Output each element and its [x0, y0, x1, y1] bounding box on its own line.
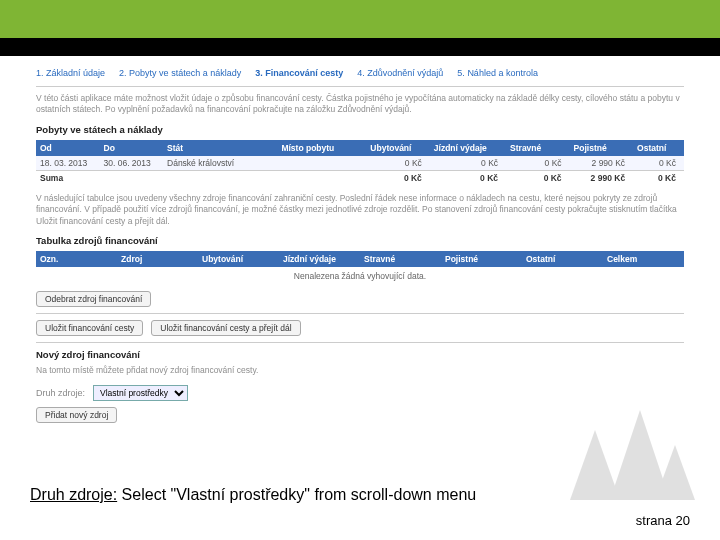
divider [36, 313, 684, 314]
slide-annotation: Druh zdroje: Select "Vlastní prostředky"… [30, 486, 476, 504]
divider [36, 86, 684, 87]
col-insurance: Pojistné [570, 140, 634, 156]
cell-insurance: 2 990 Kč [570, 156, 634, 171]
sources-intro: V následující tabulce jsou uvedeny všech… [36, 193, 684, 227]
step-justification[interactable]: 4. Zdůvodnění výdajů [357, 68, 443, 78]
col-travel: Jízdní výdaje [430, 140, 506, 156]
stays-table: Od Do Stát Místo pobytu Ubytování Jízdní… [36, 140, 684, 185]
annotation-rest: Select "Vlastní prostředky" from scroll-… [117, 486, 476, 503]
col-to: Do [100, 140, 164, 156]
page-number: strana 20 [636, 513, 690, 528]
sum-other: 0 Kč [633, 170, 684, 185]
save-next-button[interactable]: Uložit financování cesty a přejít dál [151, 320, 300, 336]
step-basic[interactable]: 1. Základní údaje [36, 68, 105, 78]
step-review[interactable]: 5. Náhled a kontrola [457, 68, 538, 78]
intro-text: V této části aplikace máte možnost vloži… [36, 93, 684, 116]
col-source: Zdroj [117, 251, 198, 267]
col-other2: Ostatní [522, 251, 603, 267]
source-type-row: Druh zdroje: Vlastní prostředky [36, 385, 684, 401]
presentation-header [0, 0, 720, 56]
col-accom: Ubytování [366, 140, 430, 156]
no-data-text: Nenalezena žádná vyhovující data. [36, 267, 684, 285]
svg-marker-2 [655, 445, 695, 500]
source-type-select[interactable]: Vlastní prostředky [93, 385, 188, 401]
sum-insurance: 2 990 Kč [570, 170, 634, 185]
annotation-prefix: Druh zdroje: [30, 486, 117, 503]
col-place: Místo pobytu [277, 140, 366, 156]
sum-travel: 0 Kč [430, 170, 506, 185]
cell-other: 0 Kč [633, 156, 684, 171]
form-panel: 1. Základní údaje 2. Pobyty ve státech a… [0, 56, 720, 423]
add-source-button[interactable]: Přidat nový zdroj [36, 407, 117, 423]
sources-table: Ozn. Zdroj Ubytování Jízdní výdaje Strav… [36, 251, 684, 285]
sum-row: Suma 0 Kč 0 Kč 0 Kč 2 990 Kč 0 Kč [36, 170, 684, 185]
col-accom2: Ubytování [198, 251, 279, 267]
col-insurance2: Pojistné [441, 251, 522, 267]
remove-source-button[interactable]: Odebrat zdroj financování [36, 291, 151, 307]
section-title-newsource: Nový zdroj financování [36, 349, 684, 360]
cell-place [277, 156, 366, 171]
col-total: Celkem [603, 251, 684, 267]
cell-state: Dánské království [163, 156, 277, 171]
col-state: Stát [163, 140, 277, 156]
table-row: 18. 03. 2013 30. 06. 2013 Dánské královs… [36, 156, 684, 171]
svg-marker-1 [610, 410, 670, 500]
col-meals: Stravné [506, 140, 570, 156]
cell-to: 30. 06. 2013 [100, 156, 164, 171]
section-title-stays: Pobyty ve státech a náklady [36, 124, 684, 135]
step-financing[interactable]: 3. Financování cesty [255, 68, 343, 78]
section-title-sources: Tabulka zdrojů financování [36, 235, 684, 246]
newsource-intro: Na tomto místě můžete přidat nový zdroj … [36, 365, 684, 376]
cell-travel: 0 Kč [430, 156, 506, 171]
page-label: strana [636, 513, 672, 528]
green-strip [0, 0, 720, 38]
no-data-row: Nenalezena žádná vyhovující data. [36, 267, 684, 285]
step-stays[interactable]: 2. Pobyty ve státech a náklady [119, 68, 241, 78]
col-from: Od [36, 140, 100, 156]
page-num: 20 [676, 513, 690, 528]
wizard-steps: 1. Základní údaje 2. Pobyty ve státech a… [36, 64, 684, 84]
col-meals2: Stravné [360, 251, 441, 267]
sum-label: Suma [36, 170, 366, 185]
sum-accom: 0 Kč [366, 170, 430, 185]
cell-accom: 0 Kč [366, 156, 430, 171]
save-button[interactable]: Uložit financování cesty [36, 320, 143, 336]
col-mark: Ozn. [36, 251, 117, 267]
divider [36, 342, 684, 343]
sources-table-header: Ozn. Zdroj Ubytování Jízdní výdaje Strav… [36, 251, 684, 267]
source-type-label: Druh zdroje: [36, 388, 85, 398]
cell-from: 18. 03. 2013 [36, 156, 100, 171]
sum-meals: 0 Kč [506, 170, 570, 185]
stays-table-header: Od Do Stát Místo pobytu Ubytování Jízdní… [36, 140, 684, 156]
watermark-icon [560, 410, 700, 500]
cell-meals: 0 Kč [506, 156, 570, 171]
col-other: Ostatní [633, 140, 684, 156]
svg-marker-0 [570, 430, 620, 500]
col-travel2: Jízdní výdaje [279, 251, 360, 267]
